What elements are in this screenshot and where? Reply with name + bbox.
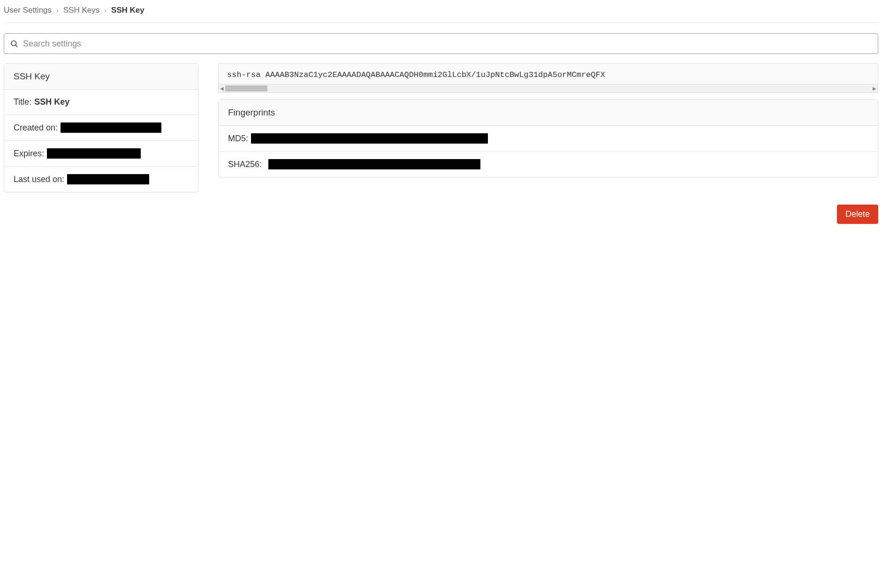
search-container: [4, 23, 878, 63]
breadcrumb-user-settings[interactable]: User Settings: [4, 6, 52, 15]
search-icon: [10, 39, 18, 48]
ssh-key-display: ssh-rsa AAAAB3NzaC1yc2EAAAADAQABAAACAQDH…: [218, 63, 878, 93]
chevron-right-icon: ›: [56, 7, 59, 14]
last-used-value-redacted: [67, 174, 149, 184]
details-last-used-row: Last used on:: [4, 167, 198, 192]
actions-row: Delete: [218, 205, 878, 224]
chevron-right-icon: ›: [104, 7, 106, 14]
breadcrumb: User Settings › SSH Keys › SSH Key: [4, 0, 878, 23]
details-expires-row: Expires:: [4, 141, 198, 167]
svg-point-0: [11, 41, 16, 46]
title-value: SSH Key: [34, 97, 69, 107]
search-input[interactable]: [23, 39, 872, 49]
breadcrumb-ssh-keys[interactable]: SSH Keys: [63, 6, 99, 15]
details-title-row: Title: SSH Key: [4, 90, 198, 115]
fingerprints-card: Fingerprints MD5: SHA256:: [218, 99, 878, 177]
details-card-header: SSH Key: [4, 64, 198, 90]
fingerprints-header: Fingerprints: [219, 100, 878, 126]
ssh-key-text[interactable]: ssh-rsa AAAAB3NzaC1yc2EAAAADAQABAAACAQDH…: [219, 64, 878, 84]
delete-button[interactable]: Delete: [837, 205, 878, 224]
sha256-label: SHA256:: [228, 160, 262, 169]
sha256-value-redacted: [268, 159, 480, 169]
created-on-value-redacted: [61, 122, 161, 133]
search-box[interactable]: [4, 33, 878, 54]
breadcrumb-current: SSH Key: [111, 6, 144, 15]
md5-label: MD5:: [228, 134, 248, 144]
scroll-right-icon[interactable]: ▶: [871, 86, 878, 91]
created-on-label: Created on:: [14, 123, 58, 133]
expires-label: Expires:: [14, 149, 44, 159]
title-label: Title:: [14, 97, 31, 107]
svg-line-1: [15, 45, 17, 46]
ssh-key-details-card: SSH Key Title: SSH Key Created on: Expir…: [4, 63, 198, 192]
expires-value-redacted: [47, 148, 141, 159]
scroll-thumb[interactable]: [225, 85, 267, 92]
details-created-row: Created on:: [4, 115, 198, 141]
md5-value-redacted: [251, 133, 488, 144]
scroll-track[interactable]: [225, 84, 871, 92]
scroll-left-icon[interactable]: ◀: [219, 86, 225, 91]
fingerprint-sha256-row: SHA256:: [219, 152, 878, 177]
fingerprint-md5-row: MD5:: [219, 126, 878, 152]
key-horizontal-scrollbar[interactable]: ◀ ▶: [219, 84, 878, 92]
last-used-label: Last used on:: [14, 175, 64, 184]
